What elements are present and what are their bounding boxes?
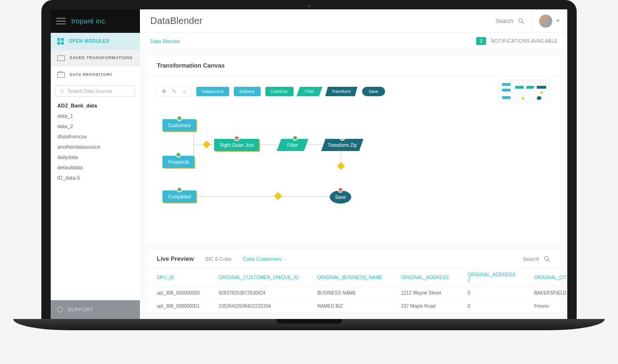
avatar	[539, 15, 552, 28]
preview-tab-2[interactable]: Coke Customers	[243, 256, 281, 262]
preview-title: Live Preview	[157, 255, 194, 262]
transformation-graph[interactable]: Customers Prospects Completed	[147, 107, 560, 243]
col-header[interactable]: DPU_ID	[147, 268, 209, 287]
table-row[interactable]: upl_306_000000000 928378253872630824 BUS…	[147, 287, 567, 300]
col-header[interactable]: ORIGINAL_BUSINESS_NAME	[308, 268, 392, 287]
chevron-down-icon	[556, 20, 560, 22]
preview-header: Live Preview SIC 6 Coke Coke Customers S…	[147, 250, 560, 268]
node-filter[interactable]: Filter	[277, 139, 309, 151]
user-menu[interactable]	[531, 9, 567, 32]
data-item[interactable]: data_2	[57, 121, 133, 131]
diamond-connector	[203, 141, 211, 149]
node-save[interactable]: ••• Save	[330, 190, 351, 204]
bulb-icon	[57, 307, 63, 312]
node-prospects[interactable]: Prospects	[162, 156, 194, 168]
diamond-connector	[337, 162, 345, 170]
search-label: Search	[495, 18, 513, 24]
saved-label: SAVED TRANSFORMATIONS	[70, 55, 132, 61]
topbar: troparé inc. DataBlender Search	[51, 9, 567, 33]
node-completed[interactable]: Completed	[162, 190, 196, 203]
edit-icon[interactable]: ✎	[171, 89, 177, 94]
col-header[interactable]: ORIGINAL_ADDRESS	[392, 268, 458, 287]
home-icon[interactable]: ⌂	[182, 89, 187, 94]
svg-line-1	[522, 22, 524, 23]
error-icon: •••	[338, 187, 343, 193]
notification-label: NOTIFICATIONS AVAILABLE	[491, 38, 558, 44]
diamond-connector	[274, 192, 282, 200]
data-item[interactable]: ADZ_Bank_data	[57, 100, 133, 111]
check-icon	[340, 135, 345, 141]
table-row[interactable]: upl_306_000000001 23526432638422232334 N…	[147, 300, 567, 313]
search-placeholder: Search Data Sources	[68, 89, 112, 94]
global-search[interactable]: Search	[495, 18, 531, 24]
canvas-toolbar: ✥ ✎ ⌂ Datasource Delivery Combine Filter…	[147, 76, 560, 107]
subheader: OPEN MODULES Data Blender 3 NOTIFICATION…	[51, 33, 567, 50]
move-icon[interactable]: ✥	[161, 89, 167, 94]
preview-tab-1[interactable]: SIC 6 Coke	[205, 256, 232, 262]
breadcrumb[interactable]: Data Blender	[140, 38, 476, 44]
error-icon: •••	[234, 136, 239, 141]
data-item[interactable]: defaultdata	[57, 162, 133, 173]
svg-point-0	[519, 18, 523, 22]
canvas-card: Transformation Canvas ✥ ✎ ⌂ Datasource D…	[147, 55, 560, 243]
sidebar: SAVED TRANSFORMATIONS DATA REPOSITORY Se…	[51, 50, 140, 319]
data-item[interactable]: dtatafromcsv	[57, 131, 133, 142]
node-transform[interactable]: Transform Zip	[321, 139, 363, 151]
data-item[interactable]: dailydata	[57, 152, 133, 162]
toolbar-combine[interactable]: Combine	[265, 87, 294, 96]
toolbar-filter[interactable]: Filter	[296, 87, 322, 96]
svg-line-3	[63, 91, 64, 93]
check-icon	[293, 135, 298, 141]
connector	[193, 196, 276, 197]
toolbar-datasource[interactable]: Datasource	[196, 87, 229, 96]
saved-transformations-section[interactable]: SAVED TRANSFORMATIONS	[51, 50, 140, 67]
laptop-camera	[308, 5, 310, 8]
support-button[interactable]: SUPPORT	[51, 300, 140, 319]
preview-search[interactable]: Search	[523, 256, 550, 262]
search-icon	[518, 18, 525, 24]
page-title: DataBlender	[140, 15, 495, 26]
grid-icon	[57, 38, 64, 45]
support-label: SUPPORT	[68, 307, 93, 312]
svg-line-5	[548, 259, 550, 261]
canvas-title: Transformation Canvas	[147, 55, 560, 76]
search-icon	[544, 256, 550, 262]
main-content: Transformation Canvas ✥ ✎ ⌂ Datasource D…	[140, 50, 567, 319]
notifications[interactable]: 3 NOTIFICATIONS AVAILABLE	[476, 37, 567, 45]
data-search-input[interactable]: Search Data Sources	[55, 85, 135, 97]
col-header[interactable]: ORIGINAL_CUSTOMER_UNIQUE_ID	[209, 268, 308, 287]
preview-table: DPU_ID ORIGINAL_CUSTOMER_UNIQUE_ID ORIGI…	[147, 268, 567, 313]
svg-point-2	[60, 89, 63, 92]
brand-logo: troparé inc.	[71, 17, 107, 25]
check-icon	[177, 187, 182, 192]
notification-count: 3	[476, 37, 487, 45]
svg-point-4	[545, 256, 548, 260]
data-item[interactable]: ID_data-5	[57, 173, 133, 183]
table-header-row: DPU_ID ORIGINAL_CUSTOMER_UNIQUE_ID ORIGI…	[147, 268, 567, 287]
check-icon	[176, 152, 181, 158]
canvas-tools: ✥ ✎ ⌂	[157, 86, 192, 97]
check-icon	[177, 115, 182, 121]
data-item[interactable]: anotherdatasource	[57, 142, 133, 152]
minimap[interactable]	[499, 80, 550, 103]
topbar-left: troparé inc.	[51, 9, 140, 33]
node-join[interactable]: ••• Right Outer Join	[214, 139, 259, 151]
repo-label: DATA REPOSITORY	[70, 72, 113, 78]
menu-icon[interactable]	[56, 18, 66, 24]
node-customers[interactable]: Customers	[162, 119, 196, 131]
col-header[interactable]: ORIGINAL_ADDRESS 2	[458, 268, 525, 287]
open-modules-label: OPEN MODULES	[69, 38, 109, 44]
data-source-list: ADZ_Bank_data data_1 data_2 dtatafromcsv…	[51, 100, 140, 183]
folder-icon	[57, 72, 65, 78]
save-icon	[57, 55, 65, 61]
toolbar-save[interactable]: Save	[362, 87, 385, 96]
preview-card: Live Preview SIC 6 Coke Coke Customers S…	[147, 250, 560, 313]
toolbar-transform[interactable]: Transform	[325, 87, 358, 96]
col-header[interactable]: ORIGINAL_CITY	[525, 268, 567, 287]
open-modules-button[interactable]: OPEN MODULES	[51, 33, 140, 50]
data-item[interactable]: data_1	[57, 111, 133, 121]
search-icon	[60, 89, 65, 94]
toolbar-delivery[interactable]: Delivery	[234, 87, 261, 96]
data-repository-section[interactable]: DATA REPOSITORY	[51, 67, 140, 83]
